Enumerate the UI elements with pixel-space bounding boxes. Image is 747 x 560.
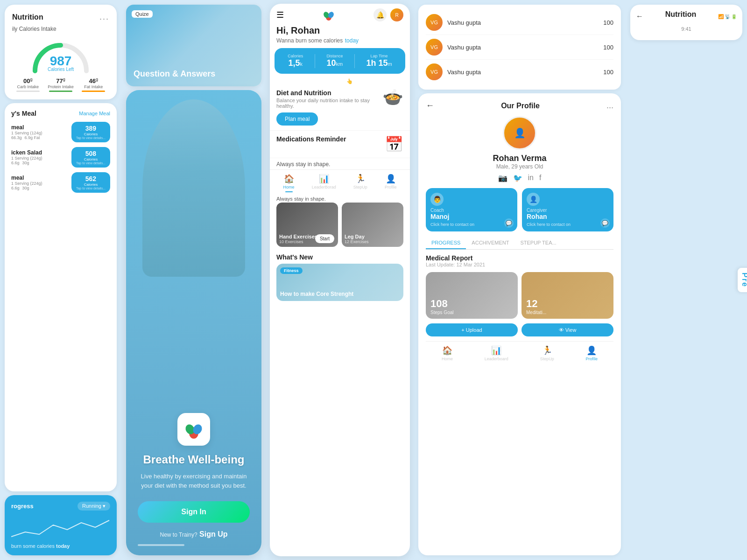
nav-leaderboard[interactable]: 📊 LeaderBorad — [312, 174, 336, 192]
coach-card[interactable]: 👨 Coach Manoj Click here to contact on 💬 — [426, 188, 517, 231]
expand-button[interactable]: Expand 👆 — [270, 78, 410, 84]
progress-header: rogress Running ▾ — [11, 502, 110, 511]
menu-icon[interactable]: ☰ — [276, 10, 284, 20]
protein-macro: 77g Protein Intake — [48, 77, 74, 92]
pnav-profile[interactable]: 👤 Profile — [586, 345, 598, 361]
tab-progress[interactable]: PROGRESS — [426, 237, 466, 249]
calories-stat-value: 1,5k — [288, 58, 303, 68]
burn-text-label: burn some calories — [11, 543, 55, 549]
nutrition-header: Nutrition ... — [12, 12, 109, 22]
meditation-label: Meditati... — [526, 310, 546, 315]
nav-profile[interactable]: 👤 Profile — [385, 174, 397, 192]
pnav-profile-label: Profile — [586, 357, 598, 361]
pnav-home[interactable]: 🏠 Home — [442, 345, 453, 361]
signal-bars-icon: 📶 — [718, 14, 724, 19]
tab-stepup[interactable]: STEPUP TEA... — [514, 237, 562, 249]
tab-achievement[interactable]: ACCHIVEMENT — [466, 237, 514, 249]
upload-button[interactable]: + Upload — [426, 323, 518, 336]
meal-info-2: icken Salad 1 Serving (224g) 6.6g 30g — [11, 149, 68, 165]
start-hand-button[interactable]: Start — [315, 234, 334, 243]
coach-contact: Click here to contact on — [430, 222, 513, 227]
sign-in-button[interactable]: Sign In — [138, 501, 250, 523]
lb-user-2: VG Vashu gupta — [426, 39, 481, 56]
nut2-back-button[interactable]: ← — [636, 12, 643, 21]
meal-calories-1[interactable]: 389 Calories Tap to view details... — [71, 122, 110, 142]
profile-nav-label: Profile — [385, 185, 397, 189]
quiz-card[interactable]: Quize Question & Answers — [126, 5, 261, 86]
meal-info-1: meal 1 Serving (124g) 66.3g 6.9g Fat — [11, 124, 68, 140]
exercise-card-hand[interactable]: Hand Exercises 10 Exercises Start — [276, 203, 338, 247]
meds-content: 📅 Medications Reminder — [276, 135, 403, 153]
fat-value: 46g — [82, 77, 105, 84]
distance-stat-label: Distance — [326, 54, 343, 58]
stepup-nav-label: StepUp — [353, 185, 367, 189]
laptime-stat-label: Lap Time — [366, 54, 392, 58]
meal-serving-3: 1 Serving (224g) — [11, 181, 68, 186]
whatsapp-icon-coach[interactable]: 💬 — [504, 218, 514, 228]
exercise-card-leg[interactable]: Leg Day 12 Exercises — [342, 203, 403, 247]
manage-meal-link[interactable]: Manage Meal — [79, 111, 110, 116]
instagram-icon[interactable]: 📷 — [498, 174, 507, 182]
lb-name-2: Vashu gupta — [447, 44, 481, 51]
meal-calories-3[interactable]: 562 Calories Tap to view details... — [71, 172, 110, 193]
splash-card: Breathe Well-being Live healthy by exerc… — [126, 90, 261, 555]
back-button[interactable]: ← — [426, 101, 434, 111]
stat-divider-2 — [354, 54, 355, 68]
linkedin-icon[interactable]: in — [528, 174, 534, 182]
calories-label: ily Calories Intake — [12, 26, 109, 32]
panel-profile: VG Vashu gupta 100 VG Vashu gupta 100 VG… — [414, 0, 626, 560]
lb-row-3[interactable]: VG Vashu gupta 100 — [426, 60, 613, 84]
lb-row-1[interactable]: VG Vashu gupta 100 — [426, 10, 613, 35]
plan-meal-button[interactable]: Plan meal — [276, 112, 318, 126]
news-card[interactable]: How to make Core Strenght Fitness — [276, 264, 403, 301]
profile-avatar-area: 👤 Rohan Verma Male, 29 years Old 📷 🐦 in … — [426, 116, 613, 182]
action-buttons-row: + Upload 👁 View — [426, 323, 613, 336]
twitter-icon[interactable]: 🐦 — [513, 174, 522, 182]
carb-label: Carb Intake — [16, 84, 40, 89]
meal-calories-2[interactable]: 508 Calories Tap to view details... — [71, 147, 110, 168]
sign-up-link[interactable]: Sign Up — [199, 530, 227, 538]
news-badge: Fitness — [280, 267, 303, 274]
profile-more-menu[interactable]: ... — [606, 101, 613, 111]
stat-distance: Distance 10km — [326, 54, 343, 68]
protein-label: Protein Intake — [48, 84, 74, 89]
greeting-today: today — [345, 37, 359, 44]
expand-label: Expand — [327, 79, 344, 84]
user-avatar-top[interactable]: R — [390, 8, 403, 21]
steps-goal-thumb[interactable]: 108 Steps Goal — [426, 272, 518, 319]
pnav-stepup[interactable]: 🏃 StepUp — [540, 345, 554, 361]
meal-name-3: meal — [11, 175, 68, 181]
lb-avatar-3: VG — [426, 63, 443, 80]
carb-macro: 00g Carb Intake — [16, 77, 40, 92]
facebook-icon[interactable]: f — [539, 174, 541, 182]
pnav-leaderboard-label: Leaderboard — [485, 357, 508, 361]
whatsapp-icon-caregiver[interactable]: 💬 — [600, 218, 610, 228]
calories-left-label: Calories Left — [48, 67, 74, 72]
nutrition-more-menu[interactable]: ... — [99, 12, 109, 22]
pnav-stepup-label: StepUp — [540, 357, 554, 361]
caregiver-contact: Click here to contact on — [527, 222, 609, 227]
progress-dropdown[interactable]: Running ▾ — [78, 502, 110, 511]
stat-divider-1 — [315, 54, 315, 68]
nav-home[interactable]: 🏠 Home — [283, 174, 295, 192]
calories-number: 987 Calories Left — [48, 54, 74, 72]
signup-text: New to Trainy? Sign Up — [138, 530, 250, 539]
pnav-stepup-icon: 🏃 — [542, 345, 552, 356]
whats-new-title: What's New — [276, 253, 403, 261]
meal-card: y's Meal Manage Meal meal 1 Serving (124… — [5, 103, 117, 491]
pnav-leaderboard[interactable]: 📊 Leaderboard — [485, 345, 508, 361]
meditation-thumb[interactable]: 12 Meditati... — [521, 272, 613, 319]
burn-today-label: today — [56, 543, 70, 549]
stats-banner: Calories 1,5k Distance 10km Lap Time 1h … — [275, 48, 405, 74]
progress-title: rogress — [11, 503, 34, 510]
view-button[interactable]: 👁 View — [521, 323, 613, 336]
caregiver-card[interactable]: 👤 Caregiver Rohan Click here to contact … — [522, 188, 613, 231]
notification-icon[interactable]: 🔔 — [374, 8, 387, 21]
quiz-badge: Quize — [132, 10, 153, 18]
laptime-stat-value: 1h 15m — [366, 58, 392, 68]
lb-row-2[interactable]: VG Vashu gupta 100 — [426, 35, 613, 60]
expand-icon: 👆 — [346, 78, 353, 84]
nav-stepup[interactable]: 🏃 StepUp — [353, 174, 367, 192]
meal-cal-num-3: 562 — [76, 175, 106, 182]
app-logo-small — [322, 8, 335, 21]
